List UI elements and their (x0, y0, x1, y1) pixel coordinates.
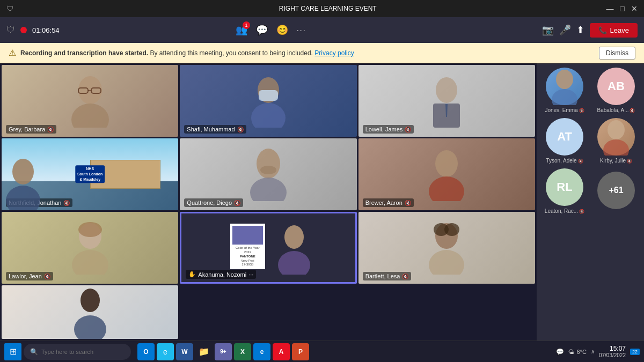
overflow-avatar: +61 (597, 172, 635, 209)
record-indicator (20, 27, 27, 33)
dismiss-button[interactable]: Dismiss (599, 47, 635, 60)
maximize-button[interactable]: □ (620, 4, 625, 13)
tyson-avatar: AT (546, 118, 583, 156)
participant-jones[interactable]: Jones, Emma 🔇 (541, 68, 588, 114)
babalola-name: Babalola, A... (597, 107, 629, 114)
window-title: RIGHT CARE LEARNING EVENT (49, 5, 606, 12)
weather-icon: 🌤 (568, 349, 574, 355)
taskbar-app-excel[interactable]: X (234, 343, 251, 360)
taskbar-app-outlook[interactable]: O (137, 343, 155, 360)
svg-point-29 (556, 70, 573, 89)
mic-muted-icon: 🔇 (405, 127, 411, 132)
svg-point-26 (429, 250, 464, 275)
close-button[interactable]: ✕ (631, 4, 638, 13)
notification-count[interactable]: 22 (630, 349, 640, 355)
mic-muted-icon: 🔇 (402, 274, 408, 279)
kirby-avatar (597, 118, 635, 156)
reactions-icon[interactable]: 😊 (276, 24, 288, 36)
video-tile-lowell: Lowell, James 🔇 (358, 65, 535, 137)
shield-icon: 🛡 (6, 4, 14, 13)
mic-muted-icon: 🔇 (63, 200, 70, 206)
taskbar-search[interactable]: 🔍 (24, 344, 131, 360)
svg-point-16 (435, 150, 458, 177)
tile-label-shafi: Shafi, Muhammad 🔇 (184, 125, 246, 134)
participant-leaton[interactable]: RL Leaton, Rac... 🔇 (541, 168, 588, 215)
camera-icon[interactable]: 📷 (542, 24, 554, 36)
participant-overflow[interactable]: +61 (592, 172, 640, 211)
participant-panel: Jones, Emma 🔇 AB Babalola, A... 🔇 AT (537, 63, 644, 341)
leave-button[interactable]: 📞 Leave (590, 23, 638, 38)
mic-muted-icon: 🔇 (44, 274, 50, 279)
svg-point-22 (278, 251, 310, 275)
tile-label-quattrone: Quattrone, Diego 🔇 (184, 198, 243, 207)
mic-muted-icon: 🔇 (234, 200, 240, 206)
notification-banner: ⚠ Recording and transcription have start… (0, 43, 644, 63)
share-screen-icon[interactable]: ⬆ (576, 24, 584, 36)
search-icon: 🔍 (30, 348, 38, 356)
taskbar-app-word[interactable]: W (176, 343, 193, 360)
video-tile-bartlett: Bartlett, Lesa 🔇 (358, 212, 535, 284)
taskbar-app-folder[interactable]: 📁 (195, 343, 213, 360)
taskbar-app-teams9[interactable]: 9+ (215, 343, 232, 360)
people-badge: 1 (243, 21, 250, 29)
tile-label-bartlett: Bartlett, Lesa 🔇 (363, 272, 412, 280)
video-grid: Grey, Barbara 🔇 Shafi, Muhammad 🔇 (0, 63, 537, 341)
minimize-button[interactable]: — (606, 4, 614, 13)
taskbar-app-edge[interactable]: e (253, 343, 270, 360)
tyson-name: Tyson, Adele (546, 158, 576, 164)
svg-point-0 (78, 76, 102, 104)
video-tile-last (2, 285, 178, 339)
tile-label-lawlor: Lawlor, Jean 🔇 (6, 272, 53, 280)
taskbar-apps: O e W 📁 9+ X e A P (133, 343, 554, 360)
svg-point-28 (74, 315, 106, 339)
people-icon[interactable]: 👥 1 (236, 24, 247, 36)
start-button[interactable]: ⊞ (4, 343, 21, 360)
privacy-policy-link[interactable]: Privacy policy (314, 49, 354, 57)
more-options-icon[interactable]: ··· (297, 26, 306, 34)
participant-babalola[interactable]: AB Babalola, A... 🔇 (592, 68, 640, 114)
mic-icon[interactable]: 🎤 (559, 24, 571, 36)
participant-kirby[interactable]: Kirby, Julie 🔇 (592, 118, 640, 164)
svg-point-1 (71, 104, 109, 128)
tile-label-brewer: Brewer, Aaron 🔇 (363, 198, 414, 207)
taskbar-app-ie[interactable]: e (157, 343, 174, 360)
taskbar-app-acrobat[interactable]: A (273, 343, 290, 360)
search-input[interactable] (41, 349, 125, 355)
chat-icon[interactable]: 💬 (256, 24, 268, 36)
taskbar: ⊞ 🔍 O e W 📁 9+ X e A P 💬 🌤 6°C ∧ 15:07 0… (0, 341, 644, 362)
nhs-logo: NHSSouth London& Maudsley (75, 165, 105, 183)
mic-muted-icon: 🔇 (405, 200, 411, 206)
video-tile-shafi: Shafi, Muhammad 🔇 (180, 65, 356, 137)
jones-mic-icon: 🔇 (579, 108, 584, 113)
svg-point-31 (608, 120, 625, 139)
svg-point-14 (250, 178, 287, 201)
video-tile-barbara: Grey, Barbara 🔇 (2, 65, 178, 137)
video-tile-lawlor: Lawlor, Jean 🔇 (2, 212, 178, 284)
video-tile-brewer: Brewer, Aaron 🔇 (358, 138, 535, 210)
system-tray-icons: ∧ (591, 349, 595, 354)
phone-icon: 📞 (598, 26, 607, 34)
svg-point-6 (251, 103, 286, 128)
taskbar-clock: 15:07 07/03/2022 (599, 345, 626, 358)
svg-point-17 (429, 176, 464, 201)
weather-display: 🌤 6°C (568, 349, 586, 355)
video-tile-northfield: NHSSouth London& Maudsley Northfield, Jo… (2, 138, 178, 210)
mic-muted-icon: 🔇 (237, 127, 244, 132)
svg-point-12 (6, 186, 40, 210)
warning-icon: ⚠ (9, 48, 16, 58)
svg-point-30 (552, 89, 577, 105)
participant-row-1: Jones, Emma 🔇 AB Babalola, A... 🔇 (541, 68, 640, 114)
svg-point-21 (284, 225, 304, 249)
windows-logo-icon: ⊞ (10, 346, 17, 357)
tile-label-lowell: Lowell, James 🔇 (363, 125, 414, 134)
video-tile-akanuma: Color of the Year 2022PANTONEVery Peri17… (180, 212, 356, 284)
svg-point-8 (436, 77, 457, 103)
kirby-mic-icon: 🔇 (627, 159, 632, 164)
svg-rect-7 (259, 90, 278, 101)
jones-name: Jones, Emma (545, 107, 577, 114)
taskbar-app-powerpoint[interactable]: P (292, 343, 309, 360)
kirby-name: Kirby, Julie (600, 158, 626, 164)
participant-tyson[interactable]: AT Tyson, Adele 🔇 (541, 118, 588, 164)
hand-raise-icon: ✋ (188, 271, 196, 278)
taskbar-right: 💬 🌤 6°C ∧ 15:07 07/03/2022 22 (556, 345, 640, 358)
